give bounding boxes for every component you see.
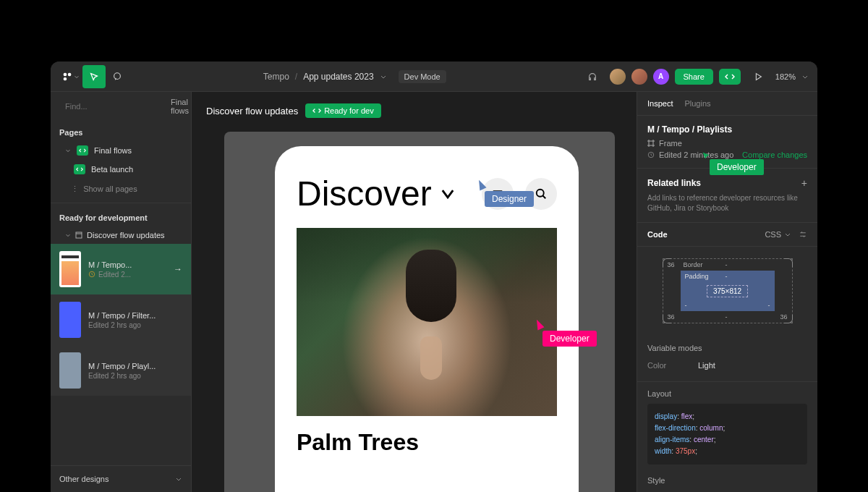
code-label: Code	[647, 230, 668, 239]
chevron-down-icon[interactable]	[801, 73, 809, 80]
svg-point-3	[114, 72, 121, 79]
show-all-pages-button[interactable]: ⋮ Show all pages	[51, 179, 191, 200]
section-icon	[75, 232, 82, 239]
card-title: M / Tempo...	[88, 260, 166, 269]
code-section-header: Code CSS	[637, 223, 817, 247]
body: Final flows Pages Final flows Beta launc…	[51, 92, 817, 492]
card-text: M / Tempo... Edited 2...	[88, 260, 166, 279]
cursor-icon	[701, 150, 711, 161]
card-text: M / Tempo / Playl... Edited 2 hrs ago	[88, 362, 182, 380]
chevron-down-icon[interactable]	[380, 73, 387, 80]
canvas-header: Discover flow updates Ready for dev	[206, 103, 381, 118]
chevron-down-icon	[439, 185, 456, 203]
play-icon[interactable]	[746, 65, 770, 88]
discover-heading: Discover	[297, 174, 470, 213]
avatar-user-3[interactable]: A	[653, 69, 669, 85]
related-links-label: Related links	[647, 178, 701, 188]
clock-icon	[647, 151, 655, 158]
card-title: M / Tempo / Filter...	[88, 311, 182, 320]
page-item-final-flows[interactable]: Final flows	[51, 141, 191, 160]
breadcrumb: Tempo / App updates 2023 Dev Mode	[129, 70, 581, 83]
related-links-description: Add links to reference developer resourc…	[647, 193, 807, 213]
multiplayer-cursor-developer: Developer	[542, 331, 597, 347]
code-language-dropdown[interactable]: CSS	[765, 230, 807, 239]
breadcrumb-root[interactable]: Tempo	[263, 72, 289, 82]
hero-image	[297, 228, 557, 416]
tab-inspect[interactable]: Inspect	[647, 99, 673, 108]
card-title: M / Tempo / Playl...	[88, 362, 182, 370]
dev-ready-icon	[74, 164, 85, 174]
variable-modes-label: Variable modes	[647, 344, 807, 352]
other-designs-toggle[interactable]: Other designs	[51, 465, 191, 492]
multiplayer-cursor-developer: Developer	[710, 159, 764, 175]
app-window: Tempo / App updates 2023 Dev Mode A Shar…	[51, 62, 817, 492]
frame-card[interactable]: M / Tempo / Playl... Edited 2 hrs ago	[51, 345, 191, 396]
page-name: Beta launch	[91, 165, 133, 174]
right-panel: Inspect Plugins M / Tempo / Playlists Fr…	[637, 92, 817, 492]
breadcrumb-separator: /	[295, 72, 297, 82]
clock-icon	[88, 271, 95, 278]
headphones-icon[interactable]	[581, 65, 604, 88]
topbar: Tempo / App updates 2023 Dev Mode A Shar…	[51, 62, 817, 92]
thumbnail	[59, 352, 81, 389]
canvas[interactable]: Discover flow updates Ready for dev Disc…	[192, 92, 637, 492]
variable-modes-section: Variable modes ColorLight	[637, 335, 817, 382]
related-links-section: Related links+ Add links to reference de…	[637, 169, 817, 223]
frame-icon	[647, 140, 655, 147]
ready-section-label: Ready for development	[51, 206, 191, 226]
left-panel: Final flows Pages Final flows Beta launc…	[51, 92, 192, 492]
svg-rect-0	[64, 72, 67, 75]
ready-for-dev-badge[interactable]: Ready for dev	[305, 103, 380, 118]
avatar-user-2[interactable]	[631, 69, 647, 85]
node-path: M / Tempo / Playlists	[647, 124, 807, 135]
svg-point-7	[537, 189, 544, 196]
search-filter-dropdown[interactable]: Final flows	[171, 98, 192, 115]
layout-label: Layout	[637, 382, 817, 398]
edited-time: Edited 2 minutes ago	[659, 150, 733, 159]
edited-row: Edited 2 minutes ago Compare changes	[647, 150, 807, 159]
comment-tool-button[interactable]	[106, 65, 129, 88]
dev-mode-badge[interactable]: Dev Mode	[399, 70, 446, 83]
multiplayer-cursor-designer: Designer	[485, 191, 534, 207]
avatar-user-1[interactable]	[610, 69, 626, 85]
search-input[interactable]	[65, 102, 165, 111]
divider	[51, 203, 191, 203]
card-text: M / Tempo / Filter... Edited 2 hrs ago	[88, 311, 182, 329]
card-subtitle: Edited 2 hrs ago	[88, 321, 182, 329]
arrow-right-icon: →	[174, 264, 182, 274]
chevron-down-icon	[65, 148, 71, 153]
topbar-right: A Share 182%	[581, 65, 809, 88]
flow-item[interactable]: Discover flow updates	[51, 226, 191, 244]
box-model-dimensions: 375×812	[707, 285, 748, 297]
tab-plugins[interactable]: Plugins	[684, 99, 710, 108]
figma-menu-button[interactable]	[59, 65, 82, 88]
css-code-block[interactable]: display: flex; flex-direction: column; a…	[647, 404, 807, 465]
box-model-diagram: 36 Border - 36 36 - Padding - 375×812 - …	[637, 247, 817, 335]
song-title: Palm Trees	[297, 429, 557, 456]
node-info-section: M / Tempo / Playlists Frame Edited 2 min…	[637, 116, 817, 169]
search-row: Final flows	[51, 92, 191, 121]
settings-icon[interactable]	[799, 230, 807, 239]
breadcrumb-page[interactable]: App updates 2023	[303, 72, 373, 82]
flow-name: Discover flow updates	[87, 231, 165, 239]
card-subtitle: Edited 2...	[88, 271, 166, 279]
svg-rect-1	[68, 72, 71, 75]
page-item-beta-launch[interactable]: Beta launch	[51, 160, 191, 179]
svg-rect-2	[64, 77, 67, 80]
move-tool-button[interactable]	[82, 65, 106, 88]
compare-changes-link[interactable]: Compare changes	[742, 150, 807, 159]
frame-card[interactable]: M / Tempo / Filter... Edited 2 hrs ago	[51, 294, 191, 345]
topbar-left	[59, 65, 129, 88]
share-button[interactable]: Share	[675, 69, 713, 85]
search-icon	[534, 187, 548, 201]
inspector-tabs: Inspect Plugins	[637, 92, 817, 116]
frame-card[interactable]: M / Tempo... Edited 2... →	[51, 244, 191, 294]
zoom-level[interactable]: 182%	[775, 72, 796, 81]
color-value: Light	[698, 361, 715, 370]
chevron-down-icon	[65, 232, 71, 238]
add-link-button[interactable]: +	[801, 177, 807, 189]
svg-rect-5	[76, 232, 82, 238]
design-frame[interactable]: Discover Palm Trees Designer Developer	[224, 132, 615, 492]
thumbnail	[59, 251, 81, 287]
dev-mode-toggle[interactable]	[719, 69, 741, 85]
